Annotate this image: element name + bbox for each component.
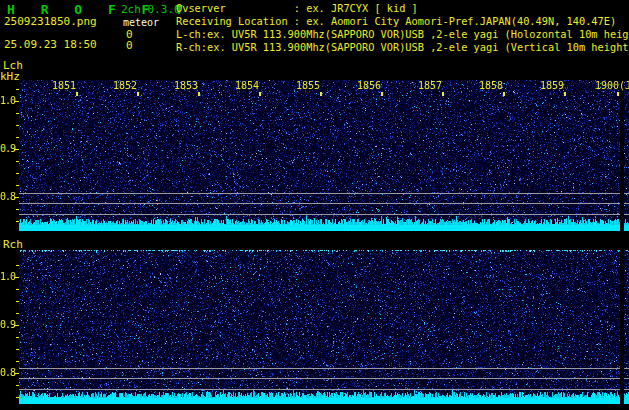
- freq-major-tick: [14, 197, 19, 198]
- minute-tick: [259, 92, 261, 96]
- freq-minor-tick: [16, 289, 19, 290]
- freq-minor-tick: [16, 89, 19, 90]
- freq-major-tick: [14, 373, 19, 374]
- freq-tick-label: 0.8: [0, 191, 14, 202]
- minute-tick: [76, 92, 78, 96]
- freq-minor-tick: [16, 265, 19, 266]
- minute-tick: [137, 92, 139, 96]
- freq-minor-tick: [16, 161, 19, 162]
- time-label: 1859: [540, 80, 564, 91]
- freq-major-tick: [14, 101, 19, 102]
- frequency-unit-label: kHz: [0, 70, 20, 83]
- rch-receiver-line: R-ch:ex. UV5R 113.900Mhz(SAPPORO VOR)USB…: [176, 41, 629, 54]
- freq-tick-label: 1.0: [0, 95, 14, 106]
- freq-tick-label: 0.8: [0, 367, 14, 378]
- hrofft-window: H R O F F T 2ch 0.3.0 2509231850.png met…: [0, 0, 629, 410]
- mode-label: meteor: [123, 17, 159, 28]
- receiving-location-line: Receiving Location : ex. Aomori City Aom…: [176, 15, 629, 28]
- observer-line: Ovserver : ex. JR7CYX [ kid ]: [176, 2, 629, 15]
- time-label: 1856: [357, 80, 381, 91]
- freq-minor-tick: [16, 221, 19, 222]
- echo-count-2: 0: [126, 39, 133, 52]
- date-time: 25.09.23 18:50: [4, 38, 97, 51]
- freq-minor-tick: [16, 185, 19, 186]
- minute-tick: [381, 92, 383, 96]
- freq-minor-tick: [16, 209, 19, 210]
- freq-tick-label: 1.0: [0, 271, 14, 282]
- freq-minor-tick: [16, 313, 19, 314]
- time-label: 1857: [418, 80, 442, 91]
- time-label: 1853: [174, 80, 198, 91]
- freq-tick-label: 0.9: [0, 319, 14, 330]
- output-filename: 2509231850.png: [4, 15, 97, 28]
- app-version: 2ch 0.3.0: [121, 3, 181, 16]
- freq-minor-tick: [16, 349, 19, 350]
- lch-spectrogram: [19, 80, 629, 231]
- freq-minor-tick: [16, 337, 19, 338]
- minute-tick: [442, 92, 444, 96]
- freq-minor-tick: [16, 173, 19, 174]
- freq-minor-tick: [16, 137, 19, 138]
- rch-spectrogram: [19, 250, 629, 404]
- freq-major-tick: [14, 277, 19, 278]
- freq-tick-label: 0.9: [0, 143, 14, 154]
- minute-tick: [198, 92, 200, 96]
- freq-minor-tick: [16, 301, 19, 302]
- time-label: 1858: [479, 80, 503, 91]
- minute-tick: [564, 92, 566, 96]
- minute-tick: [617, 92, 619, 96]
- freq-minor-tick: [16, 397, 19, 398]
- freq-minor-tick: [16, 113, 19, 114]
- time-label: 1851: [52, 80, 76, 91]
- minute-tick: [503, 92, 505, 96]
- freq-major-tick: [14, 149, 19, 150]
- freq-minor-tick: [16, 361, 19, 362]
- minute-tick: [320, 92, 322, 96]
- lch-receiver-line: L-ch:ex. UV5R 113.900Mhz(SAPPORO VOR)USB…: [176, 28, 629, 41]
- freq-major-tick: [14, 325, 19, 326]
- freq-minor-tick: [16, 385, 19, 386]
- time-label: 1855: [296, 80, 320, 91]
- time-label: 1854: [235, 80, 259, 91]
- time-label: 1852: [113, 80, 137, 91]
- time-end-label: 1900(JST): [595, 80, 629, 91]
- freq-minor-tick: [16, 125, 19, 126]
